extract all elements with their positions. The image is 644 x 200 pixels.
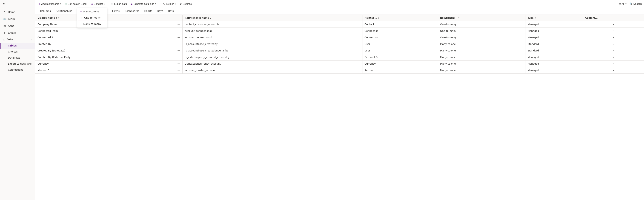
check-icon: ✓ — [612, 23, 614, 26]
cell-actions-0[interactable]: ··· — [175, 21, 182, 28]
col-header-related[interactable]: Related... ∨ — [362, 15, 438, 21]
sidebar-item-create[interactable]: + Create — [0, 29, 35, 36]
cell-actions-3[interactable]: ··· — [175, 41, 182, 47]
search-label: Search — [634, 3, 642, 5]
many-to-one-plus-icon: + — [80, 10, 82, 13]
cell-type-6: Managed — [526, 60, 583, 67]
cell-actions-4[interactable]: ··· — [175, 47, 182, 54]
tab-forms[interactable]: Forms — [110, 8, 122, 15]
cell-relationship-type-5: Many-to-one — [438, 54, 525, 60]
hamburger-menu[interactable]: ☰ — [0, 0, 35, 9]
sidebar-subitem-dataflows-label: Dataflows — [8, 56, 20, 59]
sidebar-item-create-label: Create — [8, 31, 16, 34]
table-row: Created By (Delegate) ··· lk_accountbase… — [36, 47, 644, 54]
cell-relationship-type-3: Many-to-one — [438, 41, 525, 47]
cell-related-7: Account — [362, 67, 438, 74]
row-ellipsis-4[interactable]: ··· — [177, 49, 180, 52]
row-ellipsis-3[interactable]: ··· — [177, 43, 180, 45]
tab-columns-label: Columns — [40, 10, 51, 13]
cell-relationship-name-7: account_master_account — [182, 67, 362, 74]
cell-actions-1[interactable]: ··· — [175, 28, 182, 34]
col-header-relationship-name[interactable]: Relationship name ∨ — [182, 15, 362, 21]
sidebar-subitem-choices-label: Choices — [8, 50, 18, 53]
col-header-relationship-type[interactable]: Relationshi... ∨ — [438, 15, 525, 21]
tab-keys[interactable]: Keys — [155, 8, 166, 15]
ai-builder-button[interactable]: ✦ AI Builder ∨ — [158, 2, 178, 6]
row-ellipsis-5[interactable]: ··· — [177, 56, 180, 59]
sidebar-item-learn-label: Learn — [8, 18, 15, 20]
cell-customizable-5: ✓ — [583, 54, 644, 60]
tab-relationships[interactable]: Relationships — [53, 8, 75, 15]
create-icon: + — [3, 31, 6, 34]
row-ellipsis-7[interactable]: ··· — [177, 69, 180, 72]
cell-relationship-name-3: lk_accountbase_createdby — [182, 41, 362, 47]
many-to-one-label: Many-to-one — [83, 10, 99, 13]
row-ellipsis-1[interactable]: ··· — [177, 30, 180, 32]
sidebar-subitem-dataflows[interactable]: Dataflows — [0, 55, 35, 61]
relationship-name-sort-icons: ∨ — [210, 17, 211, 19]
settings-icon: ⚙ — [180, 3, 182, 5]
sidebar-item-home[interactable]: ⌂ Home — [0, 9, 35, 16]
sidebar-subitem-connections[interactable]: Connections — [0, 67, 35, 73]
cell-actions-5[interactable]: ··· — [175, 54, 182, 60]
dropdown-many-to-one[interactable]: + Many-to-one — [77, 9, 107, 14]
export-data-button[interactable]: ↦ Export data — [110, 2, 128, 6]
cell-actions-6[interactable]: ··· — [175, 60, 182, 67]
table-row: Connected From ··· account_connections1 … — [36, 28, 644, 34]
tab-charts[interactable]: Charts — [142, 8, 155, 15]
cell-actions-7[interactable]: ··· — [175, 67, 182, 74]
check-icon: ✓ — [612, 30, 614, 32]
cell-display-name-5: Created By (External Party) — [36, 54, 175, 60]
get-data-button[interactable]: ◎ Get data ∨ — [89, 2, 107, 6]
search-icon: 🔍 — [630, 3, 632, 5]
cell-type-5: Managed — [526, 54, 583, 60]
row-ellipsis-6[interactable]: ··· — [177, 62, 180, 65]
cell-display-name-3: Created By — [36, 41, 175, 47]
settings-label: Settings — [183, 3, 192, 5]
row-ellipsis-2[interactable]: ··· — [177, 36, 180, 39]
edit-excel-button[interactable]: ⊞ Edit data in Excel — [64, 2, 88, 6]
ai-builder-label: AI Builder — [163, 3, 174, 5]
sidebar-subitem-choices[interactable]: Choices — [0, 49, 35, 55]
sidebar-item-apps[interactable]: ⊞ Apps — [0, 22, 35, 29]
export-lake-dropdown-icon: ∨ — [155, 3, 156, 5]
check-icon: ✓ — [612, 69, 614, 72]
sidebar-subitem-tables[interactable]: Tables — [0, 43, 35, 49]
table-row: Created By (External Party) ··· lk_exter… — [36, 54, 644, 60]
sidebar-item-learn[interactable]: 📖 Learn — [0, 16, 35, 22]
sidebar-subitem-tables-label: Tables — [8, 44, 17, 47]
tab-dashboards[interactable]: Dashboards — [122, 8, 142, 15]
filter-all-button[interactable]: ≡ All ∨ — [618, 2, 628, 6]
cell-customizable-2: ✓ — [583, 34, 644, 41]
cell-actions-2[interactable]: ··· — [175, 34, 182, 41]
dropdown-one-to-many[interactable]: + One-to-many — [78, 15, 106, 21]
col-header-type[interactable]: Type ∨ — [526, 15, 583, 21]
cell-related-5: External Pa... — [362, 54, 438, 60]
search-button[interactable]: 🔍 Search — [630, 3, 642, 5]
check-icon: ✓ — [612, 36, 614, 39]
home-icon: ⌂ — [3, 10, 6, 14]
table-header-row: Display name ↑ ∨ Relationship name ∨ Rel… — [36, 15, 644, 21]
row-ellipsis-0[interactable]: ··· — [177, 23, 180, 26]
sidebar-item-data[interactable]: ⊡ Data ∧ — [0, 36, 35, 43]
sidebar: ☰ ⌂ Home 📖 Learn ⊞ Apps + Create ⊡ Data … — [0, 0, 36, 200]
col-header-customizable[interactable]: Custom... — [583, 15, 644, 21]
filter-all-icon: ≡ — [619, 3, 621, 5]
settings-button[interactable]: ⚙ Settings — [178, 2, 193, 6]
toolbar-right: ≡ All ∨ 🔍 Search — [618, 2, 642, 6]
filter-all-label: All — [622, 3, 624, 5]
sidebar-subitem-export-lake[interactable]: Export to data lake — [0, 61, 35, 67]
cell-related-2: Connection — [362, 34, 438, 41]
add-relationship-button[interactable]: + Add relationship ∨ — [38, 2, 63, 6]
tab-data[interactable]: Data — [166, 8, 176, 15]
tab-columns[interactable]: Columns — [38, 8, 53, 15]
dropdown-many-to-many[interactable]: + Many-to-many — [77, 21, 107, 27]
cell-customizable-7: ✓ — [583, 67, 644, 74]
table-body: Company Name ··· contact_customer_accoun… — [36, 21, 644, 74]
col-related-label: Related... — [364, 17, 377, 19]
tab-forms-label: Forms — [112, 10, 120, 13]
cell-display-name-7: Master ID — [36, 67, 175, 74]
cell-relationship-name-2: account_connections2 — [182, 34, 362, 41]
tab-relationships-label: Relationships — [56, 10, 72, 13]
export-lake-button[interactable]: ◉ Export to data lake ∨ — [129, 2, 158, 6]
